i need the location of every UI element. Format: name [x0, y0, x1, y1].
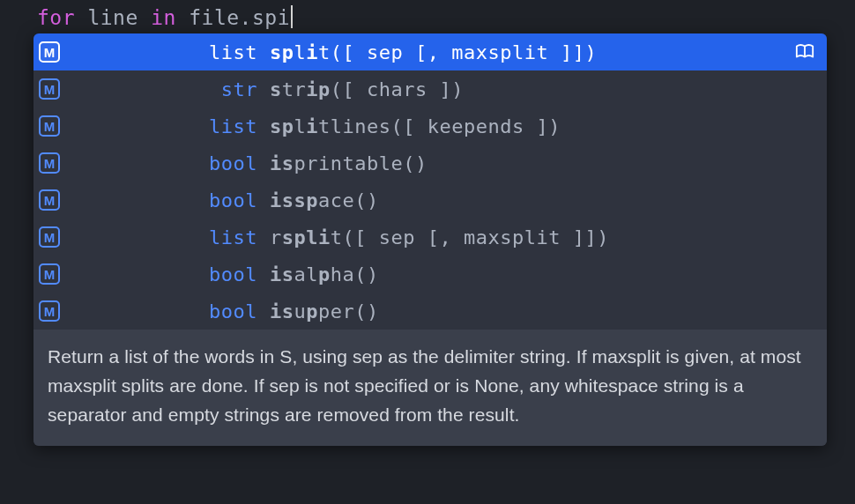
- method-kind-icon: M: [39, 300, 60, 322]
- variable-line: line: [87, 6, 138, 29]
- method-kind-icon: M: [39, 41, 60, 63]
- return-type: bool: [69, 263, 270, 285]
- code-line[interactable]: for line in file.spi: [0, 0, 855, 31]
- completion-signature: isprintable(): [270, 152, 793, 174]
- completion-signature: isupper(): [270, 300, 793, 322]
- text-cursor: [291, 5, 293, 28]
- method-kind-icon: M: [39, 226, 60, 248]
- completion-signature: strip([ chars ]): [270, 78, 793, 100]
- dot: .: [240, 6, 252, 29]
- completion-item[interactable]: Mboolisalpha(): [33, 256, 827, 293]
- method-kind-icon: M: [39, 263, 60, 285]
- completion-item[interactable]: Mlistrsplit([ sep [, maxsplit ]]): [33, 219, 827, 256]
- doc-book-icon: [793, 116, 816, 136]
- method-kind-icon: M: [39, 189, 60, 211]
- doc-book-icon: [793, 227, 816, 247]
- completion-signature: splitlines([ keepends ]): [270, 115, 793, 137]
- doc-book-icon: [793, 264, 816, 284]
- return-type: bool: [69, 189, 270, 211]
- keyword-in: in: [151, 6, 176, 29]
- doc-book-icon: [793, 79, 816, 99]
- return-type: bool: [69, 300, 270, 322]
- return-type: list: [69, 226, 270, 248]
- doc-book-icon: [793, 301, 816, 321]
- return-type: bool: [69, 152, 270, 174]
- doc-book-icon: [793, 190, 816, 210]
- return-type: list: [69, 115, 270, 137]
- variable-file: file: [189, 6, 239, 29]
- completion-item[interactable]: Mboolisspace(): [33, 182, 827, 219]
- return-type: list: [69, 41, 270, 63]
- completion-signature: rsplit([ sep [, maxsplit ]]): [270, 226, 793, 248]
- typed-method: spi: [252, 6, 290, 29]
- autocomplete-popup: Mlistsplit([ sep [, maxsplit ]]) Mstrstr…: [33, 33, 827, 446]
- return-type: str: [69, 78, 270, 100]
- keyword-for: for: [37, 6, 75, 29]
- doc-book-icon: [793, 153, 816, 173]
- completion-item[interactable]: Mlistsplitlines([ keepends ]): [33, 107, 827, 145]
- completion-signature: isspace(): [270, 189, 793, 211]
- documentation-panel: Return a list of the words in S, using s…: [33, 330, 827, 446]
- completion-list[interactable]: Mlistsplit([ sep [, maxsplit ]]) Mstrstr…: [33, 33, 827, 330]
- method-kind-icon: M: [39, 115, 60, 137]
- method-kind-icon: M: [39, 152, 60, 174]
- completion-item[interactable]: Mstrstrip([ chars ]): [33, 70, 827, 107]
- doc-book-icon[interactable]: [793, 42, 816, 62]
- completion-signature: split([ sep [, maxsplit ]]): [270, 41, 793, 63]
- completion-signature: isalpha(): [270, 263, 793, 285]
- method-kind-icon: M: [39, 78, 60, 100]
- completion-item[interactable]: Mboolisprintable(): [33, 145, 827, 182]
- completion-item[interactable]: Mlistsplit([ sep [, maxsplit ]]): [33, 33, 827, 70]
- completion-item[interactable]: Mboolisupper(): [33, 293, 827, 330]
